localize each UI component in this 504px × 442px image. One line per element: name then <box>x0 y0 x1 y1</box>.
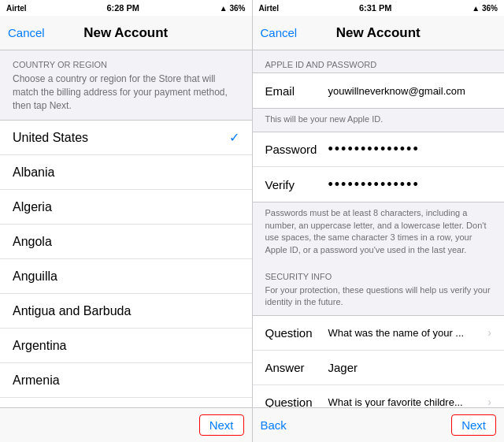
country-item-albania[interactable]: Albania <box>0 155 252 190</box>
chevron-icon-2: › <box>487 396 491 407</box>
country-name-armenia: Armenia <box>13 373 60 388</box>
country-section-desc: Choose a country or region for the Store… <box>0 72 252 120</box>
left-cancel-button[interactable]: Cancel <box>8 26 45 39</box>
country-item-argentina[interactable]: Argentina <box>0 329 252 363</box>
question1-value: What was the name of your ... <box>328 327 488 339</box>
left-nav-bar: Cancel New Account <box>0 16 252 50</box>
password-label: Password <box>265 143 328 156</box>
country-name-us: United States <box>13 131 88 145</box>
country-name-argentina: Argentina <box>13 339 67 353</box>
right-carrier: Airtel <box>259 4 280 13</box>
country-item-antigua[interactable]: Antigua and Barbuda <box>0 294 252 329</box>
left-next-button[interactable]: Next <box>199 414 244 436</box>
answer1-label: Answer <box>265 361 328 374</box>
question2-row[interactable]: Question What is your favorite childre..… <box>253 385 505 407</box>
password-row[interactable]: Password •••••••••••••• <box>253 132 505 167</box>
password-note: Passwords must be at least 8 characters,… <box>253 202 505 262</box>
security-group: Question What was the name of your ... ›… <box>253 315 505 407</box>
left-status-bar: Airtel 6:28 PM ▲ 36% <box>0 0 252 16</box>
country-item-us[interactable]: United States ✓ <box>0 121 252 155</box>
security-header: SECURITY INFO <box>253 262 505 284</box>
country-item-anguilla[interactable]: Anguilla <box>0 259 252 294</box>
email-note: This will be your new Apple ID. <box>253 109 505 132</box>
right-time: 6:31 PM <box>359 3 392 13</box>
right-nav-bar: Cancel New Account <box>253 16 505 50</box>
back-button[interactable]: Back <box>261 418 287 432</box>
right-status-bar: Airtel 6:31 PM ▲ 36% <box>253 0 505 16</box>
country-section-header: COUNTRY OR REGION <box>0 50 252 72</box>
left-time: 6:28 PM <box>106 3 139 13</box>
left-screen: Airtel 6:28 PM ▲ 36% Cancel New Account … <box>0 0 252 442</box>
country-list: United States ✓ Albania Algeria Angola A… <box>0 120 252 407</box>
security-desc: For your protection, these questions wil… <box>253 284 505 315</box>
verify-label: Verify <box>265 178 328 191</box>
right-battery: ▲ 36% <box>472 4 498 13</box>
password-value: •••••••••••••• <box>328 141 492 158</box>
password-group: Password •••••••••••••• Verify •••••••••… <box>253 132 505 202</box>
answer1-row[interactable]: Answer Jager <box>253 351 505 385</box>
question1-label: Question <box>265 326 328 340</box>
country-item-angola[interactable]: Angola <box>0 225 252 259</box>
right-nav-title: New Account <box>336 25 421 41</box>
country-name-angola: Angola <box>13 235 52 249</box>
question1-row[interactable]: Question What was the name of your ... › <box>253 316 505 351</box>
email-row[interactable]: Email youwillneverknow@gmail.com <box>253 73 505 108</box>
right-next-button[interactable]: Next <box>451 414 496 436</box>
email-value: youwillneverknow@gmail.com <box>328 85 492 97</box>
answer1-value: Jager <box>328 361 492 374</box>
question2-label: Question <box>265 396 328 407</box>
left-battery: ▲ 36% <box>220 4 246 13</box>
left-nav-title: New Account <box>83 25 168 41</box>
country-name-antigua: Antigua and Barbuda <box>13 304 131 318</box>
country-name-albania: Albania <box>13 165 54 180</box>
email-label: Email <box>265 84 328 98</box>
country-name-anguilla: Anguilla <box>13 269 57 284</box>
country-item-armenia[interactable]: Armenia <box>0 363 252 398</box>
right-bottom-bar: Back Next <box>253 407 505 442</box>
right-cancel-button[interactable]: Cancel <box>261 26 298 39</box>
apple-id-header: APPLE ID AND PASSWORD <box>253 50 505 72</box>
country-name-algeria: Algeria <box>13 200 52 214</box>
right-screen: Airtel 6:31 PM ▲ 36% Cancel New Account … <box>253 0 505 442</box>
left-bottom-bar: Next <box>0 407 252 442</box>
chevron-icon-1: › <box>487 326 491 339</box>
left-carrier: Airtel <box>6 4 27 13</box>
checkmark-icon: ✓ <box>229 130 239 145</box>
question2-value: What is your favorite childre... <box>328 396 488 407</box>
right-content: APPLE ID AND PASSWORD Email youwillnever… <box>253 50 505 407</box>
verify-row[interactable]: Verify •••••••••••••• <box>253 167 505 202</box>
verify-value: •••••••••••••• <box>328 176 492 193</box>
country-item-australia[interactable]: Australia <box>0 398 252 407</box>
country-item-algeria[interactable]: Algeria <box>0 190 252 225</box>
left-content: COUNTRY OR REGION Choose a country or re… <box>0 50 252 407</box>
apple-id-group: Email youwillneverknow@gmail.com <box>253 72 505 109</box>
